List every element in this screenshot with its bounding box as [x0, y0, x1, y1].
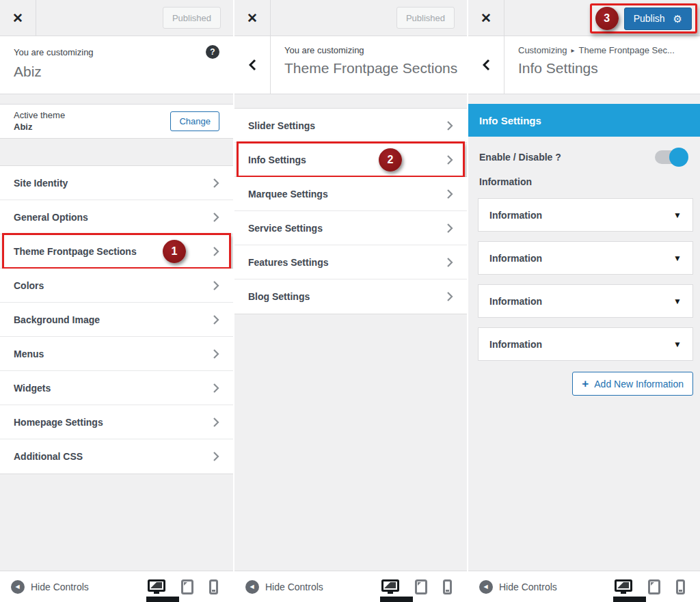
breadcrumb: Customizing ▸ Theme Frontpage Sec...	[518, 45, 686, 55]
menu-item-site-identity[interactable]: Site Identity	[0, 166, 233, 200]
chevron-left-icon	[249, 59, 256, 71]
header-body: You are customizing ? Abiz	[0, 36, 233, 94]
device-preview-switcher	[148, 579, 222, 594]
enable-disable-row: Enable / Disable ?	[468, 137, 700, 171]
plus-icon: +	[582, 378, 589, 389]
chevron-right-icon	[446, 120, 453, 131]
collapse-arrow-icon: ◀	[479, 580, 493, 594]
breadcrumb-arrow-icon: ▸	[571, 46, 575, 54]
device-preview-switcher	[615, 579, 689, 594]
information-accordion[interactable]: Information ▼	[478, 198, 693, 232]
help-icon[interactable]: ?	[206, 45, 219, 59]
menu-item-theme-frontpage-sections[interactable]: Theme Frontpage Sections 1	[0, 234, 233, 269]
menu-item-general-options[interactable]: General Options	[0, 200, 233, 234]
menu-item-background-image[interactable]: Background Image	[0, 303, 233, 337]
step-3-badge: 3	[595, 7, 619, 30]
chevron-right-icon	[446, 223, 453, 234]
active-device-indicator	[380, 597, 413, 602]
desktop-preview-icon[interactable]	[148, 579, 165, 594]
hide-controls-button[interactable]: ◀ Hide Controls	[11, 580, 89, 594]
menu-item-service-settings[interactable]: Service Settings	[234, 211, 467, 245]
menu-item-marquee-settings[interactable]: Marquee Settings	[234, 177, 467, 211]
menu-item-blog-settings[interactable]: Blog Settings	[234, 279, 467, 314]
close-button[interactable]: ✕	[234, 0, 271, 36]
menu-item-info-settings[interactable]: Info Settings 2	[234, 143, 467, 177]
change-theme-button[interactable]: Change	[170, 111, 219, 131]
panel-title: Theme Frontpage Sections	[284, 60, 453, 77]
section-title-bar: Info Settings	[468, 104, 700, 137]
step-2-badge: 2	[379, 148, 402, 172]
customizer-panel-theme-frontpage-sections: ✕ Published You are customizing Theme Fr…	[233, 0, 467, 602]
panel-content: Info Settings Enable / Disable ? Informa…	[468, 94, 700, 571]
customizer-panel-info-settings: ✕ 3 Publish ⚙ Customizing ▸ Theme Frontp…	[467, 0, 700, 602]
breadcrumb-root[interactable]: Customizing	[518, 45, 567, 55]
menu-item-slider-settings[interactable]: Slider Settings	[234, 109, 467, 143]
add-new-information-button[interactable]: + Add New Information	[572, 372, 693, 396]
controls-footer: ◀ Hide Controls	[234, 571, 467, 602]
mobile-preview-icon[interactable]	[676, 579, 685, 594]
caret-down-icon: ▼	[673, 297, 682, 306]
published-button[interactable]: Published	[396, 7, 455, 29]
active-theme-name: Abiz	[14, 122, 65, 133]
you-are-customizing-label: You are customizing	[14, 47, 94, 57]
chevron-right-icon	[213, 280, 219, 291]
panel-content: Active theme Abiz Change Site Identity G…	[0, 94, 233, 571]
chevron-right-icon	[446, 189, 453, 200]
publish-button[interactable]: Publish ⚙	[624, 8, 692, 30]
header-body: You are customizing Theme Frontpage Sect…	[271, 36, 467, 94]
hide-controls-button[interactable]: ◀ Hide Controls	[245, 580, 323, 594]
header-body: Customizing ▸ Theme Frontpage Sec... Inf…	[504, 36, 700, 94]
tablet-preview-icon[interactable]	[181, 579, 193, 594]
mobile-preview-icon[interactable]	[209, 579, 218, 594]
chevron-right-icon	[213, 178, 219, 189]
device-preview-switcher	[381, 579, 456, 594]
back-button[interactable]	[468, 36, 504, 94]
back-button[interactable]	[234, 36, 271, 94]
menu-item-colors[interactable]: Colors	[0, 269, 233, 303]
menu-item-additional-css[interactable]: Additional CSS	[0, 439, 233, 474]
collapse-arrow-icon: ◀	[11, 580, 25, 594]
caret-down-icon: ▼	[673, 210, 682, 220]
desktop-preview-icon[interactable]	[615, 579, 632, 594]
topbar: ✕ Published	[0, 0, 233, 36]
published-button[interactable]: Published	[163, 7, 221, 29]
chevron-right-icon	[213, 212, 219, 223]
controls-footer: ◀ Hide Controls	[468, 571, 700, 602]
caret-down-icon: ▼	[673, 340, 682, 349]
chevron-left-icon	[483, 59, 490, 71]
breadcrumb-section: Theme Frontpage Sec...	[579, 45, 675, 55]
information-accordion[interactable]: Information ▼	[478, 241, 693, 275]
customizer-panel-root: ✕ Published You are customizing ? Abiz A…	[0, 0, 233, 602]
customizer-menu: Site Identity General Options Theme Fron…	[0, 165, 233, 474]
chevron-right-icon	[213, 348, 219, 359]
topbar: ✕ 3 Publish ⚙	[468, 0, 700, 36]
menu-item-features-settings[interactable]: Features Settings	[234, 245, 467, 279]
menu-item-widgets[interactable]: Widgets	[0, 371, 233, 405]
close-button[interactable]: ✕	[468, 0, 504, 36]
active-theme-row: Active theme Abiz Change	[0, 104, 233, 139]
active-device-indicator	[613, 597, 646, 602]
topbar: ✕ Published	[234, 0, 467, 36]
enable-toggle[interactable]	[655, 150, 686, 164]
panel-header: You are customizing Theme Frontpage Sect…	[234, 36, 467, 94]
caret-down-icon: ▼	[673, 254, 682, 263]
tablet-preview-icon[interactable]	[648, 579, 660, 594]
information-accordion[interactable]: Information ▼	[478, 327, 693, 361]
close-button[interactable]: ✕	[0, 0, 36, 36]
step-1-badge: 1	[163, 240, 186, 263]
toggle-knob	[669, 148, 688, 167]
menu-item-homepage-settings[interactable]: Homepage Settings	[0, 405, 233, 439]
panel-content: Slider Settings Info Settings 2 Marquee …	[234, 94, 467, 571]
menu-item-menus[interactable]: Menus	[0, 337, 233, 371]
sections-menu: Slider Settings Info Settings 2 Marquee …	[234, 108, 467, 314]
active-device-indicator	[146, 597, 179, 602]
gear-icon: ⚙	[673, 14, 682, 24]
hide-controls-button[interactable]: ◀ Hide Controls	[479, 580, 557, 594]
chevron-right-icon	[213, 451, 219, 462]
chevron-right-icon	[213, 246, 219, 257]
information-accordion[interactable]: Information ▼	[478, 284, 693, 318]
active-theme-label: Active theme	[14, 110, 65, 121]
tablet-preview-icon[interactable]	[415, 579, 427, 594]
desktop-preview-icon[interactable]	[381, 579, 399, 594]
mobile-preview-icon[interactable]	[443, 579, 452, 594]
